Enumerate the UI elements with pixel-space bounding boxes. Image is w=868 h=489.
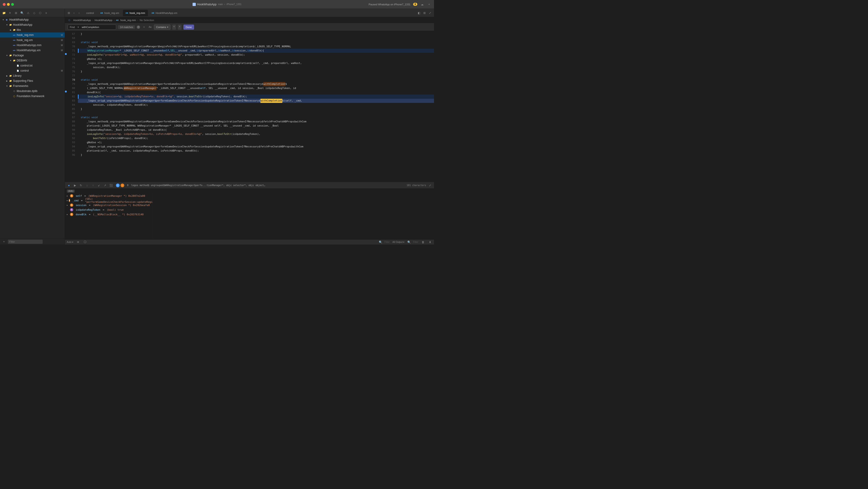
find-done-button[interactable]: Done (183, 25, 194, 30)
find-bar: Find ▾ 14 matches ✕ + Aa Contains ▾ ‹ › … (65, 23, 434, 31)
breakpoint-82[interactable] (65, 90, 67, 94)
breadcrumb-part3[interactable]: hook_reg.mm (120, 19, 136, 22)
breadcrumb-file-icon: ⬡ (68, 19, 71, 22)
traffic-lights[interactable] (3, 3, 14, 6)
trash-icon[interactable]: 🗑 (421, 240, 425, 244)
type-badge-doneblk: A (70, 213, 73, 216)
all-output-label[interactable]: All Output ▾ (393, 241, 404, 243)
debug-var-cmd[interactable]: ▶ A _cmd = (SEL) "performSameDeviceCheck… (65, 198, 153, 203)
step-in-button[interactable]: ↓ (85, 183, 89, 188)
sidebar-item-hookwhatsapp-xm[interactable]: mt HookWhatsApp.xm M (0, 48, 65, 53)
contains-dropdown[interactable]: Contains ▾ (154, 25, 170, 30)
expand-button[interactable]: ⤢ (428, 183, 432, 188)
minimize-button[interactable] (7, 3, 10, 6)
play-button[interactable]: ▶ (73, 183, 77, 188)
bottom-filter-icon-left[interactable]: 🔍 (379, 240, 383, 244)
sidebar-add-icon[interactable]: ✕ (8, 11, 12, 15)
code-line-93: gNoUse = 1; (78, 140, 434, 144)
debug-var-doneblk[interactable]: ▶ A doneBlk = (__NSMallocBlock__ *) 0x28… (65, 212, 153, 217)
debug-btn2[interactable]: ↗ (103, 183, 107, 188)
add-tab-button[interactable]: + (427, 2, 431, 6)
sidebar-item-frameworks[interactable]: 📁 Frameworks (0, 84, 65, 89)
sidebar-tag-icon[interactable]: ⬡ (38, 11, 42, 15)
debug-status-text: 0 _logos_method$_ungrouped$WARegistratio… (127, 184, 266, 187)
code-line-71: WARegistrationManager* _LOGOS_SELF_CONST… (78, 49, 434, 53)
breadcrumb-part2[interactable]: HookWhatsApp (95, 19, 112, 22)
chevron-libs (9, 29, 12, 31)
expand-arrow-doneblk: ▶ (67, 214, 69, 216)
sidebar-item-control-txt[interactable]: 📄 control.txt (0, 63, 65, 68)
record-button[interactable]: ● (67, 183, 71, 188)
sidebar-folder-icon[interactable]: 📁 (2, 11, 6, 15)
sidebar-list-icon[interactable]: ≡ (44, 11, 48, 15)
chevron-frameworks (6, 85, 8, 87)
console-panel[interactable] (153, 193, 434, 239)
auto-label[interactable]: Auto ▾ (67, 241, 73, 243)
tab-hook-reg-mm[interactable]: mt hook_reg.mm (123, 10, 148, 16)
line-num-81: 81 (67, 90, 75, 95)
cloud-icon[interactable]: ☁ (420, 2, 424, 6)
sidebar-warning-icon[interactable]: ⚠ (26, 11, 30, 15)
sidebar-search-icon[interactable]: 🔍 (20, 11, 24, 15)
find-next-button[interactable]: › (178, 25, 182, 30)
sidebar-item-hook-reg-mm[interactable]: mt hook_reg.mm M (0, 32, 65, 37)
fullscreen-icon[interactable]: ⤢ (428, 11, 432, 15)
close-button[interactable] (3, 3, 6, 6)
find-prev-button[interactable]: ‹ (172, 25, 176, 30)
breadcrumb-sep3: › (137, 19, 138, 22)
sidebar-item-libs[interactable]: 📁 libs (0, 27, 65, 32)
titlebar-right: Paused WhatsApp on iPhone7_1331 6 ☁ + (369, 2, 431, 6)
forward-button[interactable]: › (77, 11, 81, 15)
tab-hookwhatsapp-xm[interactable]: mt HookWhatsApp.xm (149, 10, 180, 16)
sidebar-item-hookwhatsapp-folder[interactable]: 📁 HookWhatsApp (0, 22, 65, 27)
bottom-eye-icon[interactable]: 👁 (76, 240, 80, 244)
sidebar-item-supporting-files[interactable]: 📁 Supporting Files (0, 78, 65, 84)
var-val-isupdate: (bool) true (106, 208, 124, 211)
sidebar-item-hook-reg-xm[interactable]: mt hook_reg.xm M (0, 37, 65, 43)
back-button[interactable]: ‹ (72, 11, 76, 15)
code-line-76: } (78, 69, 434, 74)
sidebar-add-item-button[interactable]: + (2, 240, 6, 244)
tab-hook-reg-xm[interactable]: mt hook_reg.xm (98, 10, 122, 16)
find-input[interactable] (82, 26, 114, 29)
sidebar-grid-icon[interactable]: ⊞ (14, 11, 18, 15)
find-dropdown-icon[interactable]: ▾ (76, 25, 80, 29)
find-clear-button[interactable]: ✕ (137, 26, 140, 29)
code-content[interactable]: } static void _logos_method$_ungrouped$W… (78, 31, 434, 182)
maximize-button[interactable] (11, 3, 14, 6)
split-right-icon[interactable]: ⊞ (423, 11, 427, 15)
sidebar-bookmark-icon[interactable]: ◇ (32, 11, 36, 15)
filter-placeholder-left[interactable]: Filter (384, 241, 390, 243)
sidebar-item-hookwhatsapp-root[interactable]: ◉ HookWhatsApp (0, 17, 65, 22)
find-add-button[interactable]: + (142, 25, 146, 29)
line-num-87: 87 (67, 116, 75, 120)
debug-var-isupdate[interactable]: ▶ A isUpdateRegToken = (bool) true (65, 207, 153, 212)
step-out-button[interactable]: ↑ (91, 183, 95, 188)
code-line-74: _logos_orig$_ungrouped$WARegistrationMan… (78, 61, 434, 65)
filter-placeholder-right[interactable]: Filter (413, 241, 418, 243)
breakpoint-71[interactable] (65, 52, 67, 56)
folder-icon-supporting-files: 📁 (9, 79, 12, 83)
find-case-button[interactable]: Aa (148, 25, 152, 29)
type-badge-isupdate: A (70, 208, 73, 211)
sidebar-item-package[interactable]: 📁 Package (0, 53, 65, 58)
debug-btn1[interactable]: ↙ (97, 183, 101, 188)
debug-var-session[interactable]: ▶ A session = (WARegistrationSession *) … (65, 203, 153, 207)
download-icon[interactable]: ⬇ (428, 240, 432, 244)
tab-control[interactable]: control (82, 10, 97, 16)
breadcrumb-nav-icon[interactable]: ⊞ (67, 11, 71, 15)
sidebar-item-libsubstrate[interactable]: ⬡ libsubstrate.dylib (0, 89, 65, 94)
sidebar-item-foundation[interactable]: ⬡ Foundation.framework (0, 94, 65, 99)
sidebar-item-library[interactable]: 📁 Library (0, 73, 65, 78)
breadcrumb-part1[interactable]: HookWhatsApp (73, 19, 91, 22)
var-val-self: (WARegistrationManager *) 0x2807e2a00 (88, 194, 145, 197)
debug-btn3[interactable]: ⬛ (109, 183, 113, 188)
sidebar-filter-input[interactable] (8, 240, 43, 244)
sidebar-item-hookwhatsapp-mm[interactable]: mt HookWhatsApp.mm M (0, 43, 65, 48)
sidebar-item-control[interactable]: 📄 control M (0, 68, 65, 73)
split-left-icon[interactable]: ◧ (417, 11, 421, 15)
bottom-info-icon[interactable]: ⓘ (83, 240, 87, 244)
sidebar-item-debian[interactable]: 📁 DEBIAN (0, 58, 65, 63)
step-over-button[interactable]: ↻ (79, 183, 83, 188)
bottom-filter-icon-right[interactable]: 🔍 (407, 240, 411, 244)
